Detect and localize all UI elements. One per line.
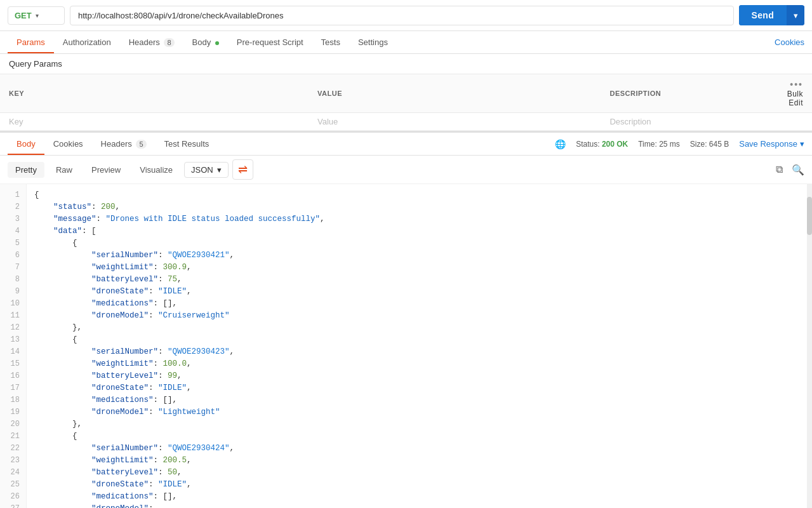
tab-settings[interactable]: Settings — [349, 31, 397, 53]
response-tabs-row: Body Cookies Headers 5 Test Results 🌐 St… — [0, 131, 812, 156]
description-column-header: DESCRIPTION — [601, 74, 763, 113]
status-label: Status: 200 OK — [576, 140, 628, 149]
response-tab-test-results[interactable]: Test Results — [156, 133, 218, 155]
method-dropdown-icon: ▾ — [36, 12, 39, 19]
copy-icon[interactable]: ⧉ — [776, 164, 783, 175]
headers-badge: 8 — [164, 38, 174, 47]
key-column-header: KEY — [0, 74, 309, 113]
tab-headers[interactable]: Headers 8 — [120, 31, 183, 53]
params-table: KEY VALUE DESCRIPTION ••• Bulk Edit Key … — [0, 74, 812, 131]
format-dropdown-icon: ▾ — [217, 165, 222, 175]
tab-params[interactable]: Params — [8, 31, 54, 53]
view-preview-button[interactable]: Preview — [84, 162, 128, 178]
request-tabs-row: Params Authorization Headers 8 Body Pre-… — [0, 31, 812, 54]
response-section: Body Cookies Headers 5 Test Results 🌐 St… — [0, 131, 812, 508]
response-headers-badge: 5 — [136, 140, 146, 149]
search-icon[interactable]: 🔍 — [792, 164, 804, 176]
method-text: GET — [15, 11, 32, 20]
query-params-label: Query Params — [0, 54, 812, 74]
send-button[interactable]: Send — [739, 5, 787, 25]
line-numbers: 1 2 3 4 5 6 7 8 9 10 11 12 13 14 15 16 1… — [0, 184, 27, 508]
bulk-edit-button[interactable]: Bulk Edit — [787, 90, 803, 107]
description-input[interactable]: Description — [609, 117, 651, 126]
code-area: 1 2 3 4 5 6 7 8 9 10 11 12 13 14 15 16 1… — [0, 184, 812, 508]
url-input[interactable] — [70, 6, 734, 25]
response-tab-body[interactable]: Body — [8, 133, 44, 155]
tab-tests[interactable]: Tests — [312, 31, 349, 53]
wrap-button[interactable]: ⇌ — [232, 159, 253, 180]
view-visualize-button[interactable]: Visualize — [132, 162, 180, 178]
format-select[interactable]: JSON ▾ — [184, 162, 229, 178]
key-input[interactable]: Key — [9, 117, 23, 126]
time-value: 25 ms — [659, 140, 680, 149]
send-dropdown-button[interactable]: ▾ — [787, 6, 804, 25]
actions-column-header: ••• Bulk Edit — [763, 74, 812, 113]
more-options-icon[interactable]: ••• — [790, 79, 803, 90]
response-tab-headers[interactable]: Headers 5 — [92, 133, 156, 155]
top-bar: GET ▾ Send ▾ — [0, 0, 812, 31]
method-select[interactable]: GET ▾ — [8, 6, 65, 25]
save-response-dropdown-icon: ▾ — [800, 139, 804, 149]
value-column-header: VALUE — [309, 74, 601, 113]
status-value: 200 OK — [602, 140, 628, 149]
code-content: { "status": 200, "message": "Drones with… — [27, 184, 812, 508]
tab-pre-request[interactable]: Pre-request Script — [228, 31, 312, 53]
scrollbar-track[interactable] — [807, 184, 812, 508]
size-label: Size: 645 B — [690, 140, 729, 149]
view-raw-button[interactable]: Raw — [48, 162, 80, 178]
value-input[interactable]: Value — [317, 117, 338, 126]
format-label: JSON — [191, 165, 213, 175]
table-row: Key Value Description — [0, 113, 812, 131]
save-response-button[interactable]: Save Response ▾ — [739, 139, 804, 149]
response-tab-cookies[interactable]: Cookies — [44, 133, 92, 155]
tab-body[interactable]: Body — [183, 31, 228, 53]
tab-authorization[interactable]: Authorization — [54, 31, 120, 53]
query-params-section: Query Params KEY VALUE DESCRIPTION ••• B… — [0, 54, 812, 131]
globe-icon: 🌐 — [555, 139, 566, 149]
time-label: Time: 25 ms — [638, 140, 680, 149]
cookies-link[interactable]: Cookies — [775, 37, 804, 47]
view-pretty-button[interactable]: Pretty — [8, 162, 44, 178]
size-value: 645 B — [709, 140, 729, 149]
status-area: 🌐 Status: 200 OK Time: 25 ms Size: 645 B… — [555, 139, 804, 149]
send-button-group: Send ▾ — [739, 5, 804, 25]
code-toolbar: Pretty Raw Preview Visualize JSON ▾ ⇌ ⧉ … — [0, 156, 812, 184]
scrollbar-thumb[interactable] — [807, 197, 812, 235]
body-dot — [215, 41, 219, 45]
